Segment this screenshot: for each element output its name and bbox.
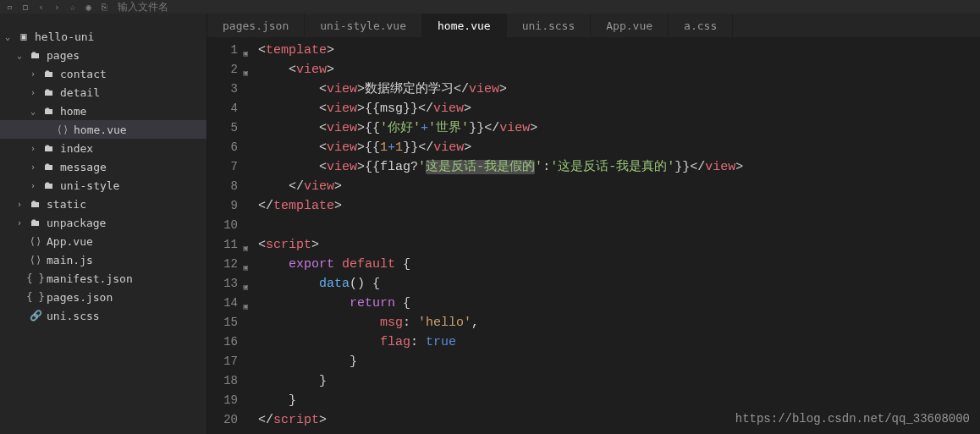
line-number: 18 — [207, 371, 238, 391]
tree-item-App-vue[interactable]: ⟨⟩App.vue — [0, 232, 206, 250]
tree-item-index[interactable]: ›🖿index — [0, 139, 206, 157]
code-line[interactable]: <view>{{'你好'+'世界'}}</view> — [258, 118, 980, 138]
tree-item-uni-style[interactable]: ›🖿uni-style — [0, 176, 206, 195]
tree-item-hello-uni[interactable]: ⌄▣hello-uni — [0, 27, 206, 46]
chevron-right-icon[interactable]: › — [30, 144, 42, 153]
tree-item-static[interactable]: ›🖿static — [0, 195, 206, 213]
tab-uni-style-vue[interactable]: uni-style.vue — [305, 14, 422, 37]
code-line[interactable]: <view>{{1+1}}</view> — [258, 138, 980, 157]
code-line[interactable]: flag: true — [258, 332, 980, 352]
tree-item-label: pages — [47, 49, 80, 62]
code-line[interactable]: <script> — [258, 235, 980, 255]
fold-icon[interactable]: ▣ — [244, 239, 248, 259]
code-line[interactable]: } — [258, 352, 980, 371]
line-number: 15 — [207, 313, 238, 332]
folder-icon: 🖿 — [42, 86, 56, 98]
line-number: 12▣ — [207, 255, 238, 274]
tree-item-home-vue[interactable]: ⟨⟩home.vue — [0, 120, 206, 139]
file-explorer[interactable]: ⌄▣hello-uni⌄🖿pages›🖿contact›🖿detail⌄🖿hom… — [0, 14, 207, 434]
line-number: 1▣ — [207, 41, 238, 60]
tree-item-label: App.vue — [47, 235, 93, 248]
file-search-input[interactable] — [118, 1, 202, 13]
code-content[interactable]: <template> <view> <view>数据绑定的学习</view> <… — [245, 41, 980, 434]
code-line[interactable]: </view> — [258, 177, 980, 196]
chevron-right-icon[interactable]: › — [17, 218, 29, 228]
line-number: 5 — [207, 118, 238, 138]
tree-item-label: message — [60, 161, 107, 173]
preview-icon[interactable]: ⎘ — [102, 2, 107, 13]
tab-a-css[interactable]: a.css — [669, 14, 733, 37]
tree-item-label: manifest.json — [47, 272, 133, 285]
editor-area: pages.jsonuni-style.vuehome.vueuni.scssA… — [207, 14, 980, 434]
tree-item-uni-scss[interactable]: 🔗uni.scss — [0, 306, 206, 325]
chevron-right-icon[interactable]: › — [17, 200, 29, 209]
nav-forward-icon[interactable]: › — [54, 2, 60, 13]
code-line[interactable]: <view>数据绑定的学习</view> — [258, 80, 980, 99]
js-icon: ⟨⟩ — [29, 254, 42, 266]
tree-item-home[interactable]: ⌄🖿home — [0, 102, 206, 120]
editor-tabs: pages.jsonuni-style.vuehome.vueuni.scssA… — [207, 14, 980, 37]
star-icon[interactable]: ☆ — [70, 2, 76, 13]
tree-item-label: uni-style — [60, 179, 119, 192]
tree-item-label: index — [60, 142, 93, 155]
tree-item-label: hello-uni — [35, 30, 94, 43]
chevron-down-icon[interactable]: ⌄ — [30, 107, 42, 116]
tree-item-pages-json[interactable]: { }pages.json — [0, 288, 206, 306]
fold-icon[interactable]: ▣ — [244, 278, 248, 298]
code-line[interactable]: export default { — [258, 255, 980, 274]
tree-item-manifest-json[interactable]: { }manifest.json — [0, 269, 206, 288]
line-number: 17 — [207, 352, 238, 371]
history-icon[interactable]: ◻ — [23, 2, 29, 13]
tab-pages-json[interactable]: pages.json — [207, 14, 305, 37]
folder-icon: 🖿 — [29, 49, 42, 61]
code-editor[interactable]: 1▣2▣34567891011▣12▣13▣14▣151617181920 <t… — [207, 37, 980, 434]
code-line[interactable]: <view>{{flag?'这是反话-我是假的':'这是反话-我是真的'}}</… — [258, 157, 980, 177]
tree-item-contact[interactable]: ›🖿contact — [0, 64, 206, 83]
scss-icon: 🔗 — [29, 310, 42, 321]
folder-icon: 🖿 — [42, 105, 56, 117]
tree-item-message[interactable]: ›🖿message — [0, 157, 206, 176]
fold-icon[interactable]: ▣ — [244, 45, 248, 64]
tree-item-unpackage[interactable]: ›🖿unpackage — [0, 213, 206, 232]
folder-icon: 🖿 — [42, 142, 56, 154]
tree-item-main-js[interactable]: ⟨⟩main.js — [0, 250, 206, 269]
fold-icon[interactable]: ▣ — [244, 298, 248, 317]
line-number: 6 — [207, 138, 238, 157]
chevron-down-icon[interactable]: ⌄ — [5, 32, 17, 41]
code-line[interactable]: <view>{{msg}}</view> — [258, 99, 980, 118]
tab-uni-scss[interactable]: uni.scss — [507, 14, 592, 37]
line-number: 10 — [207, 216, 238, 235]
code-line[interactable]: } — [258, 391, 980, 410]
tree-item-label: home.vue — [74, 124, 127, 136]
code-line[interactable]: return { — [258, 294, 980, 313]
tree-item-detail[interactable]: ›🖿detail — [0, 83, 206, 102]
code-line[interactable]: data() { — [258, 274, 980, 294]
line-gutter: 1▣2▣34567891011▣12▣13▣14▣151617181920 — [207, 41, 245, 434]
fold-icon[interactable]: ▣ — [244, 259, 248, 278]
chevron-right-icon[interactable]: › — [30, 69, 42, 79]
line-number: 19 — [207, 391, 238, 410]
save-icon[interactable]: ▫ — [7, 2, 13, 13]
line-number: 4 — [207, 99, 238, 118]
chevron-right-icon[interactable]: › — [30, 88, 42, 97]
tree-item-pages[interactable]: ⌄🖿pages — [0, 46, 206, 64]
fold-icon[interactable]: ▣ — [244, 64, 248, 84]
tree-item-label: contact — [60, 68, 107, 80]
tab-home-vue[interactable]: home.vue — [422, 14, 507, 37]
top-toolbar: ▫ ◻ ‹ › ☆ ◉ ⎘ — [0, 0, 980, 14]
code-line[interactable]: </template> — [258, 196, 980, 216]
nav-back-icon[interactable]: ‹ — [38, 2, 44, 13]
chevron-right-icon[interactable]: › — [30, 162, 42, 172]
chevron-right-icon[interactable]: › — [30, 181, 42, 190]
code-line[interactable]: <view> — [258, 60, 980, 80]
code-line[interactable]: <template> — [258, 41, 980, 60]
run-icon[interactable]: ◉ — [85, 2, 91, 13]
code-line[interactable] — [258, 216, 980, 235]
line-number: 16 — [207, 332, 238, 352]
tab-App-vue[interactable]: App.vue — [591, 14, 669, 37]
chevron-down-icon[interactable]: ⌄ — [17, 51, 29, 60]
line-number: 9 — [207, 196, 238, 216]
line-number: 3 — [207, 80, 238, 99]
code-line[interactable]: msg: 'hello', — [258, 313, 980, 332]
code-line[interactable]: } — [258, 371, 980, 391]
